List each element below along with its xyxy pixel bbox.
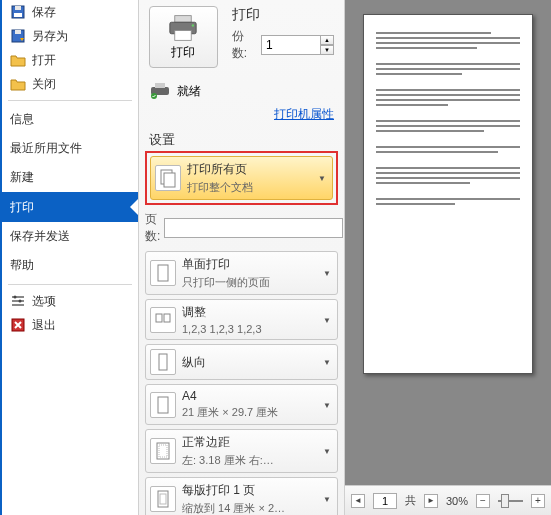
paper-size-selector[interactable]: A421 厘米 × 29.7 厘米 ▼ <box>145 384 338 425</box>
zoom-out-button[interactable]: − <box>476 494 490 508</box>
svg-rect-1 <box>15 6 21 10</box>
sidebar-item-exit[interactable]: 退出 <box>2 313 138 337</box>
sidebar-label: 打印 <box>10 199 34 216</box>
svg-rect-2 <box>14 13 22 17</box>
svg-rect-7 <box>12 304 24 306</box>
option-subtitle: 打印整个文档 <box>187 180 328 195</box>
option-title: 正常边距 <box>182 434 333 451</box>
current-page-input[interactable] <box>373 493 397 509</box>
backstage-sidebar: 保存 另存为 打开 关闭 信息 最近所用文件 新建 打印 保存并发送 帮助 选项… <box>0 0 138 515</box>
next-page-button[interactable]: ► <box>424 494 438 508</box>
option-subtitle: 左: 3.18 厘米 右:… <box>182 453 333 468</box>
sidebar-item-options[interactable]: 选项 <box>2 289 138 313</box>
svg-point-13 <box>192 24 194 26</box>
sidebar-label: 退出 <box>32 317 56 334</box>
svg-rect-4 <box>15 30 21 34</box>
printer-status-text: 就绪 <box>177 83 201 100</box>
spinner-up-icon[interactable]: ▲ <box>320 35 334 45</box>
option-title: 调整 <box>182 304 333 321</box>
option-subtitle: 只打印一侧的页面 <box>182 275 333 290</box>
total-pages-label: 共 <box>405 493 416 508</box>
option-subtitle: 21 厘米 × 29.7 厘米 <box>182 405 333 420</box>
sidebar-item-new[interactable]: 新建 <box>2 163 138 192</box>
single-side-icon <box>150 260 176 286</box>
sidebar-item-open[interactable]: 打开 <box>2 48 138 72</box>
separator <box>8 284 132 285</box>
zoom-value: 30% <box>446 495 468 507</box>
preview-status-bar: ◄ 共 ► 30% − + <box>345 485 551 515</box>
orientation-selector[interactable]: 纵向 ▼ <box>145 344 338 380</box>
print-button[interactable]: 打印 <box>149 6 218 68</box>
print-settings-panel: 打印 打印 份数: ▲ ▼ 就绪 打印机属性 设置 <box>138 0 345 515</box>
printer-icon <box>149 82 171 100</box>
print-range-selector[interactable]: 打印所有页 打印整个文档 ▼ <box>150 156 333 200</box>
option-title: A4 <box>182 389 333 403</box>
printer-selector[interactable]: 就绪 <box>145 78 338 104</box>
pages-input[interactable] <box>164 218 343 238</box>
sidebar-item-help[interactable]: 帮助 <box>2 251 138 280</box>
sidebar-item-print[interactable]: 打印 <box>2 192 138 222</box>
zoom-slider[interactable] <box>498 500 523 502</box>
sidebar-label: 打开 <box>32 52 56 69</box>
sidebar-label: 保存 <box>32 4 56 21</box>
highlight-frame: 打印所有页 打印整个文档 ▼ <box>145 151 338 205</box>
duplex-selector[interactable]: 单面打印只打印一侧的页面 ▼ <box>145 251 338 295</box>
svg-rect-23 <box>159 354 167 370</box>
sidebar-item-saveas[interactable]: 另存为 <box>2 24 138 48</box>
chevron-down-icon: ▼ <box>318 174 326 183</box>
svg-rect-16 <box>155 83 165 88</box>
chevron-down-icon: ▼ <box>323 269 331 278</box>
svg-rect-6 <box>12 300 24 302</box>
options-icon <box>10 293 26 309</box>
copies-input[interactable] <box>261 35 321 55</box>
sidebar-item-info[interactable]: 信息 <box>2 105 138 134</box>
chevron-down-icon: ▼ <box>323 358 331 367</box>
pages-per-sheet-selector[interactable]: 每版打印 1 页缩放到 14 厘米 × 2… ▼ <box>145 477 338 515</box>
option-title: 单面打印 <box>182 256 333 273</box>
prev-page-button[interactable]: ◄ <box>351 494 365 508</box>
copies-spinner[interactable]: ▲ ▼ <box>320 35 334 55</box>
collate-selector[interactable]: 调整1,2,3 1,2,3 1,2,3 ▼ <box>145 299 338 340</box>
option-title: 纵向 <box>182 354 333 371</box>
spinner-down-icon[interactable]: ▼ <box>320 45 334 55</box>
pages-icon <box>155 165 181 191</box>
svg-rect-24 <box>158 397 168 413</box>
sidebar-item-recent[interactable]: 最近所用文件 <box>2 134 138 163</box>
sidebar-item-save-send[interactable]: 保存并发送 <box>2 222 138 251</box>
collate-icon <box>150 307 176 333</box>
svg-rect-22 <box>164 314 170 322</box>
svg-point-9 <box>19 300 22 303</box>
exit-icon <box>10 317 26 333</box>
option-subtitle: 缩放到 14 厘米 × 2… <box>182 501 333 515</box>
svg-rect-20 <box>158 265 168 281</box>
saveas-icon <box>10 28 26 44</box>
save-icon <box>10 4 26 20</box>
chevron-down-icon: ▼ <box>323 315 331 324</box>
paper-icon <box>150 392 176 418</box>
sidebar-label: 另存为 <box>32 28 68 45</box>
option-title: 打印所有页 <box>187 161 328 178</box>
sidebar-item-close[interactable]: 关闭 <box>2 72 138 96</box>
chevron-down-icon: ▼ <box>323 400 331 409</box>
pages-label: 页数: <box>145 211 160 245</box>
option-subtitle: 1,2,3 1,2,3 1,2,3 <box>182 323 333 335</box>
print-title: 打印 <box>232 6 334 24</box>
svg-rect-11 <box>175 15 191 22</box>
sidebar-item-save[interactable]: 保存 <box>2 0 138 24</box>
sidebar-label: 关闭 <box>32 76 56 93</box>
margins-selector[interactable]: 正常边距左: 3.18 厘米 右:… ▼ <box>145 429 338 473</box>
svg-rect-21 <box>156 314 162 322</box>
separator <box>8 100 132 101</box>
margins-icon <box>150 438 176 464</box>
svg-rect-19 <box>164 173 175 187</box>
svg-rect-14 <box>175 30 191 40</box>
printer-properties-link[interactable]: 打印机属性 <box>145 104 338 129</box>
zoom-in-button[interactable]: + <box>531 494 545 508</box>
preview-page <box>363 14 533 374</box>
copies-label: 份数: <box>232 28 257 62</box>
print-preview-pane: ◄ 共 ► 30% − + <box>345 0 551 515</box>
perpage-icon <box>150 486 176 512</box>
chevron-down-icon: ▼ <box>323 495 331 504</box>
open-folder-icon <box>10 52 26 68</box>
portrait-icon <box>150 349 176 375</box>
